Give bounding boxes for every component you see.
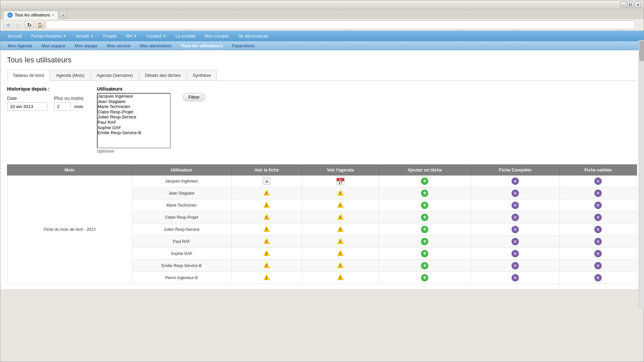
voir-agenda-cell[interactable]: !: [302, 199, 378, 211]
fiche-complete-cell[interactable]: ✕: [471, 236, 559, 248]
ajouter-tache-cell[interactable]: +: [378, 236, 471, 248]
nav-item-rh[interactable]: RH ▼: [121, 31, 142, 41]
ajouter-tache-cell[interactable]: +: [378, 260, 471, 272]
fiche-validee-cell[interactable]: ✕: [559, 248, 637, 260]
forward-button[interactable]: ►: [14, 21, 23, 29]
home-button[interactable]: 🏠: [35, 21, 45, 29]
fiche-validee-cell[interactable]: ✕: [559, 175, 637, 187]
reload-button[interactable]: ↻: [24, 21, 34, 29]
fiche-complete-cell[interactable]: ✕: [471, 223, 559, 236]
blocked-icon: ✕: [512, 274, 519, 281]
ajouter-tache-cell[interactable]: +: [378, 211, 471, 223]
nav-item-achats[interactable]: Achats ▼: [71, 31, 99, 41]
list-item[interactable]: Julien Resp-Service: [98, 114, 170, 120]
list-item[interactable]: Marie Technicien: [98, 104, 170, 109]
sub-nav-mon-espace[interactable]: Mon espace: [37, 41, 70, 50]
tab-agenda-mois[interactable]: Agenda (Mois): [50, 70, 90, 81]
fiche-complete-cell[interactable]: ✕: [471, 187, 559, 199]
achats-arrow: ▼: [91, 34, 94, 38]
ajouter-tache-cell[interactable]: +: [378, 175, 471, 187]
tab-agenda-semaine[interactable]: Agenda (Semaine): [91, 70, 139, 81]
sub-nav-mon-equipe[interactable]: Mon équipe: [70, 41, 102, 50]
fiche-complete-cell[interactable]: ✕: [471, 260, 559, 272]
list-item[interactable]: Jacques Ingénieur: [98, 94, 170, 99]
fiche-complete-cell[interactable]: ✕: [471, 199, 559, 211]
ajouter-tache-cell[interactable]: +: [378, 223, 471, 236]
fiche-validee-cell[interactable]: ✕: [559, 187, 637, 199]
ajouter-tache-cell[interactable]: +: [378, 248, 471, 260]
ajouter-tache-cell[interactable]: +: [378, 272, 471, 284]
tab-synthese[interactable]: Synthèse: [187, 70, 216, 81]
list-item[interactable]: Emilie Resp-Service-B: [98, 130, 170, 136]
plus-moins-input[interactable]: [54, 102, 71, 111]
nav-item-se-deconnecter[interactable]: Se déconnecter: [233, 31, 273, 41]
browser-tab-active[interactable]: e Tous les utilisateurs ×: [3, 11, 58, 19]
svg-text:!: !: [339, 240, 341, 244]
fiche-validee-cell[interactable]: ✕: [559, 199, 637, 211]
date-input[interactable]: [7, 102, 47, 111]
voir-fiche-cell[interactable]: !: [231, 187, 302, 199]
list-item[interactable]: Sophie DAF: [98, 125, 170, 131]
back-button[interactable]: ◄: [3, 21, 12, 29]
scrollbar[interactable]: [639, 40, 644, 309]
list-item[interactable]: Jean Stagiaire: [98, 99, 170, 104]
list-icon: ≡: [263, 177, 271, 185]
ajouter-tache-cell[interactable]: +: [378, 187, 471, 199]
tab-details-taches[interactable]: Détails des tâches: [139, 70, 186, 81]
minimize-button[interactable]: —: [620, 2, 626, 8]
fiche-complete-cell[interactable]: ✕: [471, 272, 559, 284]
tab-tableau-de-bord[interactable]: Tableau de bord: [7, 70, 50, 81]
voir-agenda-cell[interactable]: !: [302, 272, 378, 284]
sub-nav-mon-agenda[interactable]: Mon Agenda: [3, 41, 37, 50]
nav-item-accueil[interactable]: Accueil: [3, 31, 26, 41]
voir-fiche-cell[interactable]: !: [231, 236, 302, 248]
voir-agenda-cell[interactable]: !: [302, 211, 378, 223]
new-tab-button[interactable]: +: [59, 11, 67, 19]
ajouter-tache-cell[interactable]: +: [378, 199, 471, 211]
voir-agenda-cell[interactable]: !: [302, 236, 378, 248]
voir-agenda-cell[interactable]: !: [302, 248, 378, 260]
nav-item-la-societe[interactable]: La société: [171, 31, 200, 41]
voir-agenda-cell[interactable]: !: [302, 223, 378, 236]
svg-text:!: !: [339, 252, 341, 256]
sub-nav-mes-administres[interactable]: Mes administrés: [135, 41, 176, 50]
nav-item-projets[interactable]: Projets: [99, 31, 121, 41]
voir-fiche-cell[interactable]: !: [231, 248, 302, 260]
bookmark-star-icon[interactable]: ☆: [636, 22, 641, 28]
voir-agenda-cell[interactable]: !: [302, 260, 378, 272]
fiche-validee-cell[interactable]: ✕: [559, 211, 637, 223]
voir-agenda-cell[interactable]: ▬17: [302, 175, 378, 187]
list-item[interactable]: Claire Resp-Projet: [98, 109, 170, 115]
fiche-complete-cell[interactable]: ✕: [471, 211, 559, 223]
voir-fiche-cell[interactable]: !: [231, 260, 302, 272]
address-bar[interactable]: [46, 20, 635, 29]
add-icon: +: [421, 202, 428, 209]
restore-button[interactable]: ⧠: [628, 2, 634, 8]
fiche-validee-cell[interactable]: ✕: [559, 236, 637, 248]
voir-fiche-cell[interactable]: !: [231, 223, 302, 236]
sub-nav-parametres[interactable]: Paramètres: [227, 41, 259, 50]
users-listbox[interactable]: Jacques Ingénieur Jean Stagiaire Marie T…: [97, 93, 171, 148]
tab-close-button[interactable]: ×: [52, 13, 54, 17]
nav-item-contact[interactable]: Contact ▼: [142, 31, 171, 41]
fiche-validee-cell[interactable]: ✕: [559, 223, 637, 236]
filter-button[interactable]: Filtrer: [183, 93, 205, 101]
voir-agenda-cell[interactable]: !: [302, 187, 378, 199]
voir-fiche-cell[interactable]: ≡: [231, 175, 302, 187]
voir-fiche-cell[interactable]: !: [231, 211, 302, 223]
voir-fiche-cell[interactable]: !: [231, 272, 302, 284]
close-button[interactable]: ✕: [635, 2, 641, 8]
fiche-validee-cell[interactable]: ✕: [559, 260, 637, 272]
sub-nav-mon-service[interactable]: Mon service: [102, 41, 135, 50]
fiche-validee-cell[interactable]: ✕: [559, 272, 637, 284]
list-item[interactable]: Paul RAF: [98, 120, 170, 125]
fiche-complete-cell[interactable]: ✕: [471, 248, 559, 260]
nav-item-fiches-horaires[interactable]: Fiches Horaires ▼: [26, 31, 71, 41]
nav-item-mon-compte[interactable]: Mon compte: [200, 31, 234, 41]
scrollbar-thumb[interactable]: [639, 41, 644, 61]
user-name-cell: Julien Resp-Service: [132, 223, 231, 236]
blocked-icon: ✕: [594, 274, 602, 281]
voir-fiche-cell[interactable]: !: [231, 199, 302, 211]
fiche-complete-cell[interactable]: ✕: [471, 175, 559, 187]
sub-nav-tous-les-utilisateurs[interactable]: Tous les utilisateurs: [176, 41, 228, 50]
